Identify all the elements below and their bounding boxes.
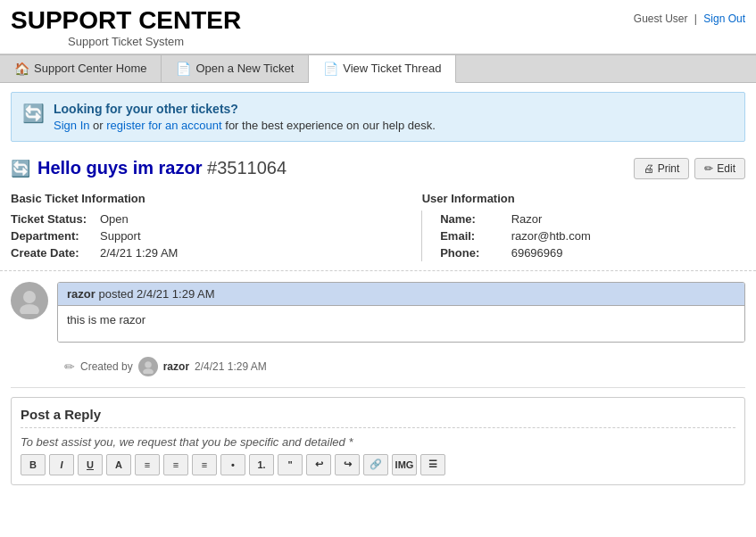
reply-section: Post a Reply To best assist you, we requ… bbox=[11, 397, 745, 485]
numbered-list-button[interactable]: 1. bbox=[249, 454, 274, 475]
image-button[interactable]: IMG bbox=[392, 454, 417, 475]
department-value: Support bbox=[100, 227, 422, 244]
name-value: Razor bbox=[511, 211, 745, 227]
table-button[interactable]: ☰ bbox=[420, 454, 445, 475]
svg-point-3 bbox=[143, 368, 154, 374]
new-ticket-icon: 📄 bbox=[176, 62, 191, 76]
refresh-icon: 🔄 bbox=[11, 159, 30, 178]
edit-label: Edit bbox=[717, 162, 735, 175]
header-left: SUPPORT CENTER Support Ticket System bbox=[11, 7, 241, 48]
site-title: SUPPORT CENTER bbox=[11, 7, 241, 35]
pipe-divider: | bbox=[694, 12, 697, 25]
ticket-id-value: #3511064 bbox=[207, 158, 287, 178]
ticket-subject: Hello guys im razor bbox=[37, 158, 203, 178]
nav-support-center-home[interactable]: 🏠 Support Center Home bbox=[0, 55, 162, 82]
edit-icon: ✏ bbox=[704, 162, 713, 175]
info-banner-text: Looking for your other tickets? Sign In … bbox=[54, 102, 436, 132]
edit-button[interactable]: ✏ Edit bbox=[694, 158, 745, 179]
page-header: SUPPORT CENTER Support Ticket System Gue… bbox=[0, 0, 756, 54]
align-left-button[interactable]: ≡ bbox=[135, 454, 160, 475]
user-info-heading: User Information bbox=[422, 188, 745, 211]
print-button[interactable]: 🖨 Print bbox=[634, 158, 690, 179]
align-right-button[interactable]: ≡ bbox=[192, 454, 217, 475]
info-banner: 🔄 Looking for your other tickets? Sign I… bbox=[11, 92, 745, 142]
email-value: razor@htb.com bbox=[511, 227, 745, 244]
info-banner-body: Sign In or register for an account for t… bbox=[54, 119, 436, 132]
info-banner-or: or bbox=[93, 119, 106, 132]
create-date-label: Create Date: bbox=[11, 244, 100, 261]
site-subtitle: Support Ticket System bbox=[11, 35, 241, 48]
commenter-avatar bbox=[11, 282, 48, 319]
color-button[interactable]: A bbox=[106, 454, 131, 475]
ticket-title-row: 🔄 Hello guys im razor #3511064 🖨 Print ✏… bbox=[0, 151, 756, 183]
created-by-row: ✏ Created by razor 2/4/21 1:29 AM bbox=[11, 351, 745, 388]
created-by-username: razor bbox=[163, 360, 189, 373]
info-icon: 🔄 bbox=[22, 103, 45, 124]
reply-note-row: To best assist you, we request that you … bbox=[21, 435, 735, 449]
home-icon: 🏠 bbox=[14, 62, 29, 76]
pencil-icon: ✏ bbox=[64, 359, 75, 374]
svg-point-0 bbox=[23, 291, 36, 303]
comment-text: this is me razor bbox=[67, 313, 145, 326]
ticket-title-text: Hello guys im razor #3511064 bbox=[37, 158, 287, 178]
avatar-small-icon bbox=[141, 359, 155, 374]
ticket-info-section: Basic Ticket Information User Informatio… bbox=[0, 183, 756, 271]
comment-body: razor posted 2/4/21 1:29 AM this is me r… bbox=[57, 282, 745, 343]
svg-point-1 bbox=[20, 304, 39, 314]
ticket-info-table: Basic Ticket Information User Informatio… bbox=[11, 188, 745, 261]
nav-view-ticket-thread[interactable]: 📄 View Ticket Thread bbox=[309, 55, 456, 83]
bullet-list-button[interactable]: • bbox=[220, 454, 245, 475]
created-by-date: 2/4/21 1:29 AM bbox=[195, 360, 267, 373]
quote-button[interactable]: " bbox=[278, 454, 303, 475]
nav-open-new-ticket[interactable]: 📄 Open a New Ticket bbox=[162, 55, 309, 82]
create-date-value: 2/4/21 1:29 AM bbox=[100, 244, 422, 261]
created-by-avatar bbox=[138, 357, 158, 376]
guest-user-label: Guest User bbox=[634, 12, 688, 25]
info-banner-heading: Looking for your other tickets? bbox=[54, 102, 436, 116]
reply-toolbar: B I U A ≡ ≡ ≡ • 1. " ↩ ↪ 🔗 IMG ☰ bbox=[21, 449, 735, 475]
italic-button[interactable]: I bbox=[49, 454, 74, 475]
status-value: Open bbox=[100, 211, 422, 227]
basic-info-heading: Basic Ticket Information bbox=[11, 188, 422, 211]
commenter-username: razor bbox=[67, 287, 96, 301]
reply-note: To best assist you, we request that you … bbox=[21, 435, 345, 449]
info-banner-suffix: for the best experience on our help desk… bbox=[225, 119, 436, 132]
comment-block: razor posted 2/4/21 1:29 AM this is me r… bbox=[11, 282, 745, 343]
print-label: Print bbox=[658, 162, 680, 175]
reply-heading: Post a Reply bbox=[21, 407, 735, 428]
nav-new-ticket-label: Open a New Ticket bbox=[195, 62, 294, 75]
comment-header: razor posted 2/4/21 1:29 AM bbox=[58, 283, 744, 306]
sign-out-link[interactable]: Sign Out bbox=[703, 12, 745, 25]
status-label: Ticket Status: bbox=[11, 211, 100, 227]
phone-label: Phone: bbox=[422, 244, 511, 261]
comment-section: razor posted 2/4/21 1:29 AM this is me r… bbox=[0, 271, 756, 388]
underline-button[interactable]: U bbox=[78, 454, 103, 475]
comment-content: this is me razor bbox=[58, 306, 744, 342]
ticket-title: 🔄 Hello guys im razor #3511064 bbox=[11, 158, 287, 178]
redo-button[interactable]: ↪ bbox=[335, 454, 360, 475]
nav-view-ticket-label: View Ticket Thread bbox=[343, 62, 441, 75]
ticket-actions: 🖨 Print ✏ Edit bbox=[634, 158, 745, 179]
align-center-button[interactable]: ≡ bbox=[163, 454, 188, 475]
register-link[interactable]: register for an account bbox=[106, 119, 221, 132]
created-by-label: Created by bbox=[80, 360, 133, 373]
avatar-icon bbox=[16, 287, 43, 314]
header-right: Guest User | Sign Out bbox=[634, 7, 745, 25]
nav-home-label: Support Center Home bbox=[34, 62, 146, 75]
required-marker: * bbox=[348, 435, 353, 449]
posted-label-text: posted bbox=[98, 287, 133, 301]
phone-value: 69696969 bbox=[511, 244, 745, 261]
ticket-thread-icon: 📄 bbox=[323, 62, 338, 76]
svg-point-2 bbox=[145, 361, 151, 368]
link-button[interactable]: 🔗 bbox=[363, 454, 388, 475]
undo-button[interactable]: ↩ bbox=[306, 454, 331, 475]
sign-in-link[interactable]: Sign In bbox=[54, 119, 89, 132]
printer-icon: 🖨 bbox=[644, 162, 654, 175]
email-label: Email: bbox=[422, 227, 511, 244]
posted-date: 2/4/21 1:29 AM bbox=[137, 287, 214, 301]
bold-button[interactable]: B bbox=[21, 454, 46, 475]
department-label: Department: bbox=[11, 227, 100, 244]
navigation-bar: 🏠 Support Center Home 📄 Open a New Ticke… bbox=[0, 54, 756, 83]
name-label: Name: bbox=[422, 211, 511, 227]
